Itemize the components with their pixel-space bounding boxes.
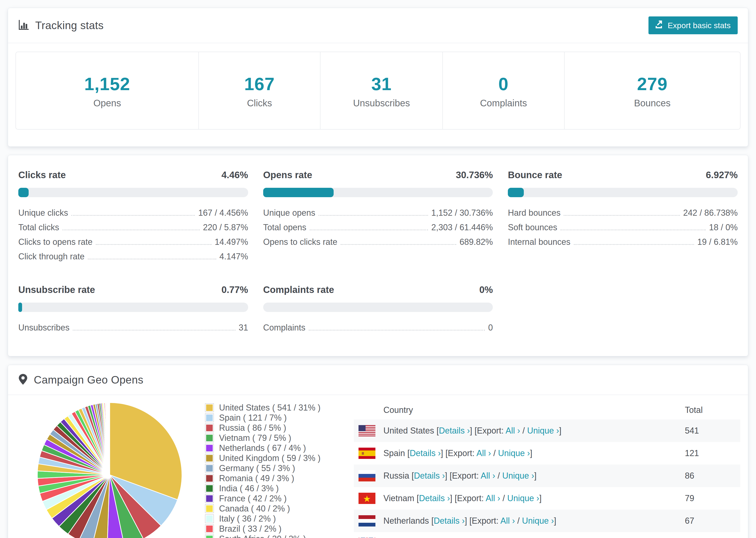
dotted-leader — [63, 230, 199, 230]
summary-value: 1,152 — [16, 74, 198, 94]
bracket: ] — [539, 493, 542, 503]
ru-flag-icon — [358, 470, 375, 481]
legend-label: France ( 42 / 2% ) — [219, 494, 287, 504]
total-cell: 79 — [685, 493, 734, 503]
legend-label: South Africa ( 29 / 2% ) — [219, 534, 306, 538]
detail-value: 1,152 / 30.736% — [431, 208, 493, 218]
legend-swatch — [205, 484, 214, 493]
legend-item-south-africa: South Africa ( 29 / 2% ) — [205, 534, 354, 538]
detail-value: 14.497% — [215, 237, 248, 247]
export-all-link[interactable]: All › — [500, 516, 515, 525]
dotted-leader — [88, 259, 216, 259]
dotted-leader — [564, 215, 680, 216]
rate-detail-row: Soft bounces18 / 0% — [508, 220, 738, 235]
bracket: [ — [416, 493, 419, 503]
rate-progress-track — [263, 188, 493, 197]
total-cell: 67 — [685, 516, 734, 526]
detail-label: Unique clicks — [18, 208, 68, 218]
rate-detail-row: Clicks to opens rate14.497% — [18, 235, 248, 249]
export-unique-link[interactable]: Unique › — [507, 493, 539, 503]
export-all-link[interactable]: All › — [486, 493, 500, 503]
summary-label: Bounces — [565, 98, 740, 108]
legend-swatch — [205, 494, 214, 503]
rate-detail-row: Click through rate4.147% — [18, 249, 248, 264]
summary-box-unsubscribes: 31Unsubscribes — [320, 52, 442, 129]
summary-box-bounces: 279Bounces — [564, 52, 740, 129]
total-column-header: Total — [685, 405, 734, 415]
rate-detail-row: Total opens2,303 / 61.446% — [263, 220, 493, 235]
rate-detail-list: Unique clicks167 / 4.456%Total clicks220… — [18, 206, 248, 264]
geo-title-group: Campaign Geo Opens — [18, 373, 143, 386]
detail-label: Total opens — [263, 223, 306, 232]
pie-legend: United States ( 541 / 31% )Spain ( 121 /… — [203, 401, 354, 538]
legend-item-canada: Canada ( 40 / 2% ) — [205, 504, 354, 513]
detail-value: 220 / 5.87% — [203, 223, 248, 232]
bracket: ] — [530, 448, 532, 458]
summary-box-clicks: 167Clicks — [198, 52, 320, 129]
legend-swatch — [205, 534, 214, 538]
rate-value: 0% — [479, 285, 493, 295]
detail-value: 2,303 / 61.446% — [431, 223, 493, 232]
table-header-row: Country Total — [354, 401, 740, 419]
detail-label: Click through rate — [18, 252, 84, 261]
export-prefix: ] [Export: — [470, 426, 506, 435]
export-prefix: ] [Export: — [441, 448, 476, 458]
detail-label: Internal bounces — [508, 237, 570, 247]
total-cell: 121 — [685, 448, 734, 458]
slash: / — [515, 516, 522, 525]
rate-detail-row: Internal bounces19 / 6.81% — [508, 235, 738, 249]
country-row-nl: Netherlands [Details ›] [Export: All › /… — [354, 510, 740, 532]
details-link[interactable]: Details › — [439, 426, 470, 435]
legend-label: United States ( 541 / 31% ) — [219, 403, 320, 413]
details-link[interactable]: Details › — [410, 448, 441, 458]
table-body: United States [Details ›] [Export: All ›… — [354, 419, 740, 538]
rate-progress-fill — [508, 188, 524, 197]
rate-value: 30.736% — [456, 170, 493, 180]
details-link[interactable]: Details › — [419, 493, 450, 503]
summary-label: Unsubscribes — [320, 98, 442, 108]
legend-label: Spain ( 121 / 7% ) — [219, 413, 287, 423]
export-all-link[interactable]: All › — [476, 448, 491, 458]
geo-content: United States ( 541 / 31% )Spain ( 121 /… — [8, 395, 748, 538]
geo-title: Campaign Geo Opens — [34, 373, 143, 386]
dotted-leader — [574, 244, 694, 245]
detail-value: 18 / 0% — [709, 223, 738, 232]
summary-value: 167 — [199, 74, 320, 94]
dashboard-page: Tracking stats Export basic stats 1,152O… — [0, 0, 756, 538]
legend-label: United Kingdom ( 59 / 3% ) — [219, 453, 320, 463]
export-all-link[interactable]: All › — [481, 471, 495, 480]
rate-title: Bounce rate — [508, 170, 562, 180]
rate-head: Unsubscribe rate0.77% — [18, 285, 248, 295]
rate-head: Complaints rate0% — [263, 285, 493, 295]
export-basic-stats-button[interactable]: Export basic stats — [648, 17, 738, 34]
country-row-vn: Vietnam [Details ›] [Export: All › / Uni… — [354, 487, 740, 510]
total-cell: 86 — [685, 471, 734, 481]
rate-detail-list: Hard bounces242 / 86.738%Soft bounces18 … — [508, 206, 738, 249]
export-all-link[interactable]: All › — [506, 426, 520, 435]
pie-slice-other-53 — [109, 403, 110, 475]
vn-flag-icon — [358, 493, 375, 504]
slash: / — [520, 426, 527, 435]
legend-swatch — [205, 403, 214, 412]
bracket: [ — [407, 448, 410, 458]
rate-detail-row: Opens to clicks rate689.82% — [263, 235, 493, 249]
export-unique-link[interactable]: Unique › — [522, 516, 554, 525]
export-unique-link[interactable]: Unique › — [527, 426, 559, 435]
details-link[interactable]: Details › — [434, 516, 465, 525]
legend-item-brazil: Brazil ( 33 / 2% ) — [205, 524, 354, 534]
detail-label: Unique opens — [263, 208, 315, 218]
country-cell: Netherlands [Details ›] [Export: All › /… — [383, 516, 685, 526]
rate-progress-fill — [263, 188, 334, 197]
legend-label: India ( 46 / 3% ) — [219, 484, 279, 493]
rate-panel-clicks-rate: Clicks rate4.46%Unique clicks167 / 4.456… — [18, 170, 248, 264]
details-link[interactable]: Details › — [414, 471, 445, 480]
rate-panel-complaints-rate: Complaints rate0%Complaints0 — [263, 285, 493, 335]
detail-value: 242 / 86.738% — [683, 208, 738, 218]
country-row-us: United States [Details ›] [Export: All ›… — [354, 419, 740, 442]
legend-swatch — [205, 413, 214, 422]
export-unique-link[interactable]: Unique › — [502, 471, 534, 480]
summary-label: Clicks — [199, 98, 320, 108]
export-prefix: ] [Export: — [445, 471, 481, 480]
legend-label: Germany ( 55 / 3% ) — [219, 463, 295, 473]
export-unique-link[interactable]: Unique › — [498, 448, 530, 458]
